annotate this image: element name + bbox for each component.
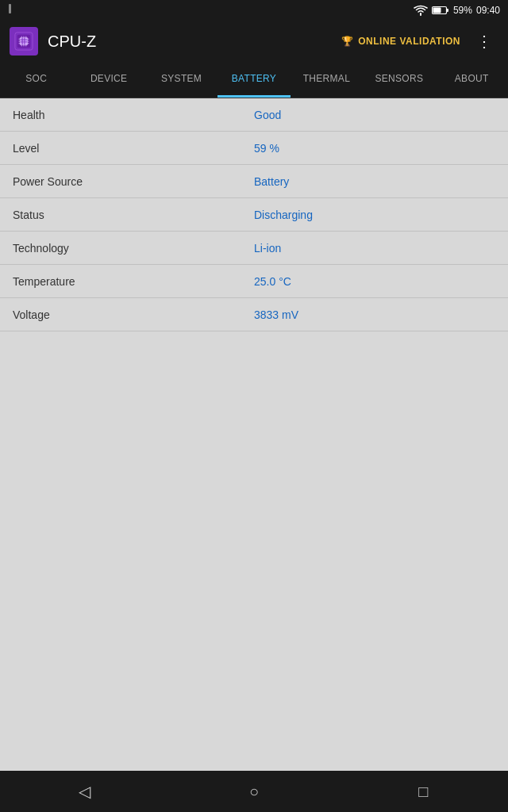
content-area: HealthGoodLevel59 %Power SourceBatterySt… — [0, 98, 508, 331]
bottom-nav: ◁ ○ □ — [0, 771, 508, 812]
tab-about[interactable]: ABOUT — [436, 62, 508, 98]
svg-rect-2 — [446, 9, 448, 12]
app-title: CPU-Z — [48, 33, 335, 51]
clock: 09:40 — [476, 5, 500, 16]
row-label: Voltage — [13, 308, 254, 321]
recents-icon: □ — [418, 783, 428, 801]
tab-sensors[interactable]: SENSORS — [363, 62, 435, 98]
svg-rect-3 — [433, 8, 441, 13]
back-icon: ◁ — [79, 782, 90, 801]
title-bar: CPU-Z 🏆 ONLINE VALIDATION ⋮ — [0, 21, 508, 62]
battery-info-table: HealthGoodLevel59 %Power SourceBatterySt… — [0, 98, 508, 331]
battery-icon — [432, 6, 449, 15]
row-value: Li-ion — [254, 242, 495, 255]
tab-thermal[interactable]: THERMAL — [291, 62, 363, 98]
row-label: Status — [13, 209, 254, 221]
tab-system[interactable]: SYSTEM — [145, 62, 217, 98]
table-row: Voltage3833 mV — [0, 298, 508, 331]
wifi-icon — [414, 5, 428, 16]
table-row: Power SourceBattery — [0, 165, 508, 198]
row-label: Technology — [13, 242, 254, 255]
row-label: Temperature — [13, 275, 254, 288]
status-icons: 59% 09:40 — [414, 5, 500, 16]
svg-rect-6 — [20, 37, 27, 44]
home-button[interactable]: ○ — [230, 776, 278, 807]
table-row: Level59 % — [0, 132, 508, 165]
status-bar-left — [8, 3, 21, 17]
status-bar: 59% 09:40 — [0, 0, 508, 21]
row-label: Level — [13, 142, 254, 155]
trophy-icon: 🏆 — [341, 36, 354, 47]
tab-soc[interactable]: SOC — [0, 62, 72, 98]
row-value: Good — [254, 109, 495, 121]
row-value: Battery — [254, 175, 495, 188]
row-label: Health — [13, 109, 254, 121]
back-button[interactable]: ◁ — [61, 776, 109, 807]
home-icon: ○ — [249, 783, 259, 801]
tab-device[interactable]: DEVICE — [72, 62, 144, 98]
battery-percentage: 59% — [453, 5, 472, 16]
online-validation-label: ONLINE VALIDATION — [358, 36, 460, 47]
row-label: Power Source — [13, 175, 254, 188]
table-row: Temperature25.0 °C — [0, 265, 508, 298]
row-value: 25.0 °C — [254, 275, 495, 288]
table-row: StatusDischarging — [0, 198, 508, 232]
tab-bar: SOC DEVICE SYSTEM BATTERY THERMAL SENSOR… — [0, 62, 508, 98]
row-value: Discharging — [254, 209, 495, 221]
recents-button[interactable]: □ — [399, 776, 447, 807]
table-row: HealthGood — [0, 98, 508, 132]
row-value: 3833 mV — [254, 308, 495, 321]
tab-battery[interactable]: BATTERY — [217, 62, 290, 98]
app-icon — [10, 27, 38, 56]
online-validation-button[interactable]: 🏆 ONLINE VALIDATION — [335, 31, 467, 52]
svg-rect-0 — [9, 4, 11, 13]
more-options-button[interactable]: ⋮ — [470, 29, 498, 54]
row-value: 59 % — [254, 142, 495, 155]
table-row: TechnologyLi-ion — [0, 232, 508, 265]
